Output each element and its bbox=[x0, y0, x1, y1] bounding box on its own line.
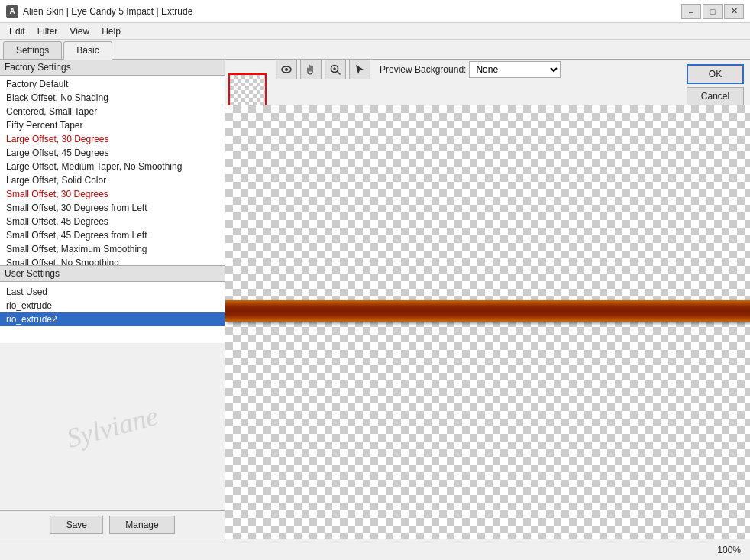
preview-bg-label: Preview Background: bbox=[380, 64, 466, 75]
factory-settings-list: Factory Default Black Offset, No Shading… bbox=[0, 76, 225, 265]
list-item[interactable]: Centered, Small Taper bbox=[0, 105, 225, 118]
eye-button[interactable] bbox=[276, 60, 297, 79]
app-icon: A bbox=[6, 5, 18, 18]
list-item[interactable]: rio_extrude2 bbox=[0, 312, 225, 326]
watermark: Sylviane bbox=[0, 343, 225, 510]
title-bar: A Alien Skin | Eye Candy 5 Impact | Extr… bbox=[0, 0, 750, 23]
tab-basic[interactable]: Basic bbox=[63, 41, 112, 60]
save-button[interactable]: Save bbox=[50, 516, 103, 534]
hand-button[interactable] bbox=[300, 60, 322, 79]
list-item[interactable]: Small Offset, 45 Degrees from Left bbox=[0, 228, 225, 242]
extrude-bar bbox=[225, 300, 750, 322]
maximize-button[interactable]: □ bbox=[703, 4, 723, 19]
tabs-bar: Settings Basic bbox=[0, 40, 750, 60]
menu-filter[interactable]: Filter bbox=[31, 24, 64, 38]
factory-settings-list-container[interactable]: Factory Default Black Offset, No Shading… bbox=[0, 76, 225, 265]
user-settings-section: User Settings Last Used rio_extrude rio_… bbox=[0, 266, 225, 510]
ok-button[interactable]: OK bbox=[687, 64, 744, 84]
list-item[interactable]: Large Offset, 30 Degrees bbox=[0, 132, 225, 146]
menu-bar: Edit Filter View Help bbox=[0, 23, 750, 40]
bottom-buttons: Save Manage bbox=[0, 510, 225, 539]
menu-edit[interactable]: Edit bbox=[3, 24, 31, 38]
list-item[interactable]: Small Offset, 45 Degrees bbox=[0, 215, 225, 228]
factory-settings-section: Factory Settings Factory Default Black O… bbox=[0, 60, 225, 266]
zoom-level: 100% bbox=[717, 545, 741, 555]
minimize-button[interactable]: – bbox=[681, 4, 701, 19]
svg-point-1 bbox=[285, 68, 288, 71]
title-bar-text: Alien Skin | Eye Candy 5 Impact | Extrud… bbox=[23, 6, 681, 17]
list-item[interactable]: Small Offset, No Smoothing bbox=[0, 256, 225, 265]
list-item[interactable]: Factory Default bbox=[0, 77, 225, 91]
title-bar-controls: – □ ✕ bbox=[681, 4, 744, 19]
user-settings-header: User Settings bbox=[0, 266, 225, 282]
arrow-button[interactable] bbox=[349, 60, 370, 79]
cancel-button[interactable]: Cancel bbox=[687, 87, 744, 105]
factory-settings-header: Factory Settings bbox=[0, 60, 225, 76]
menu-view[interactable]: View bbox=[63, 24, 95, 38]
left-panel: Factory Settings Factory Default Black O… bbox=[0, 60, 225, 539]
preview-bg-select[interactable]: None White Black Custom bbox=[469, 61, 561, 78]
main-content: Factory Settings Factory Default Black O… bbox=[0, 60, 750, 539]
watermark-text: Sylviane bbox=[63, 399, 162, 454]
tab-settings[interactable]: Settings bbox=[3, 41, 62, 59]
list-item[interactable]: Last Used bbox=[0, 285, 225, 299]
right-content: Preview Background: None White Black Cus… bbox=[225, 60, 750, 539]
list-item[interactable]: Small Offset, 30 Degrees from Left bbox=[0, 201, 225, 215]
manage-button[interactable]: Manage bbox=[109, 516, 174, 534]
list-item[interactable]: Large Offset, Medium Taper, No Smoothing bbox=[0, 160, 225, 173]
list-item[interactable]: Large Offset, 45 Degrees bbox=[0, 146, 225, 160]
menu-help[interactable]: Help bbox=[95, 24, 127, 38]
close-button[interactable]: ✕ bbox=[724, 4, 744, 19]
preview-area[interactable] bbox=[225, 105, 750, 539]
list-item[interactable]: Fifty Percent Taper bbox=[0, 118, 225, 132]
list-item[interactable]: Small Offset, 30 Degrees bbox=[0, 187, 225, 201]
preview-toolbar: Preview Background: None White Black Cus… bbox=[276, 60, 680, 79]
user-settings-list: Last Used rio_extrude rio_extrude2 bbox=[0, 283, 225, 328]
svg-line-3 bbox=[338, 72, 341, 75]
list-item[interactable]: Large Offset, Solid Color bbox=[0, 173, 225, 187]
status-bar: 100% bbox=[0, 539, 750, 560]
user-list-container[interactable]: Last Used rio_extrude rio_extrude2 bbox=[0, 282, 225, 343]
list-item[interactable]: Black Offset, No Shading bbox=[0, 91, 225, 105]
list-item[interactable]: Small Offset, Maximum Smoothing bbox=[0, 242, 225, 256]
list-item[interactable]: rio_extrude bbox=[0, 299, 225, 312]
top-section: Preview Background: None White Black Cus… bbox=[225, 60, 750, 105]
zoom-button[interactable] bbox=[325, 60, 346, 79]
